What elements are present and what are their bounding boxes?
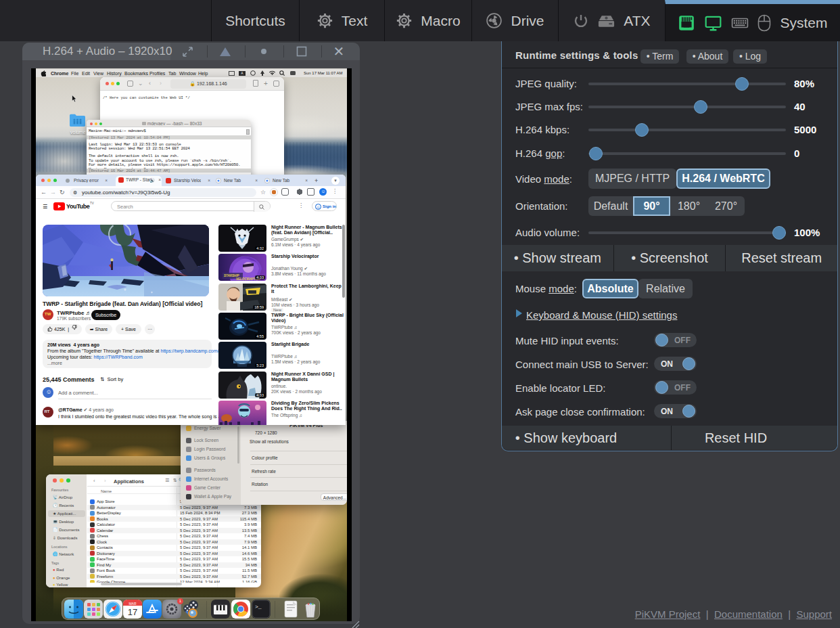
svg-text:MAR: MAR xyxy=(129,602,137,606)
